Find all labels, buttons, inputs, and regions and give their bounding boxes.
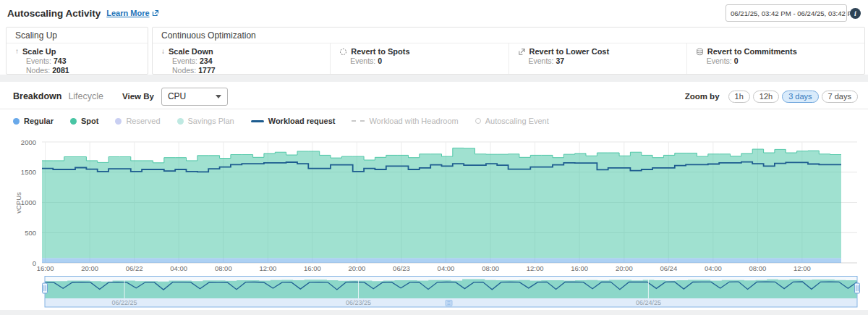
x-tick-label: 06/22 [126,264,143,272]
chart-panel: Breakdown Lifecycle View By CPU Zoom by … [0,82,868,310]
legend-swatch [70,118,77,125]
x-tick-label: 16:00 [304,264,321,272]
chart-controls-row: Breakdown Lifecycle View By CPU Zoom by … [0,84,868,109]
legend-item-workload-with-headroom[interactable]: Workload with Headroom [352,117,458,125]
arrow-down-icon: ↓ [161,48,165,55]
metric-stat: Nodes: 1777 [172,66,321,75]
metric-stat: Events: 37 [529,56,678,66]
metric-revert-to-spots: Revert to Spots Events: 0 [330,43,508,75]
x-tick-label: 06/24 [660,264,677,272]
page-title: Autoscaling Activity [7,8,101,19]
metric-label: Scale Up [22,47,56,56]
y-axis-label: vCPUs [14,192,22,214]
main-chart-svg: 050010001500200016:0020:0006/2204:0008:0… [0,134,868,277]
x-tick-label: 08:00 [215,264,232,272]
navigator-svg[interactable]: 06/22/2506/23/2506/24/25 [0,275,868,310]
metric-stat: Nodes: 2081 [26,66,139,75]
metric-label: Revert to Commitments [707,47,797,56]
x-tick-label: 04:00 [170,264,187,272]
legend-label: Savings Plan [188,117,234,125]
legend-item-savings-plan[interactable]: Savings Plan [177,117,234,125]
legend-swatch [115,118,122,125]
y-tick-label: 500 [25,229,36,237]
x-tick-label: 04:00 [705,264,722,272]
scaling-up-card: Scaling Up ↑ Scale Up Events: 743 Nodes:… [6,27,148,75]
x-tick-label: 16:00 [571,264,588,272]
spot-icon [339,48,347,56]
navigator-scrollbar-thumb[interactable] [446,301,452,306]
x-tick-label: 08:00 [749,264,767,272]
legend-item-workload-request[interactable]: Workload request [251,117,336,125]
x-tick-label: 12:00 [260,264,277,272]
external-link-icon [152,9,159,17]
date-range-input[interactable]: 06/21/25, 03:42 PM - 06/24/25, 03:42 PM [726,4,847,22]
arrow-up-icon: ↑ [15,48,19,55]
metric-stat: Events: 234 [172,56,321,66]
x-tick-label: 12:00 [527,264,544,272]
x-tick-label: 20:00 [81,264,98,272]
metric-scale-down: ↓ Scale Down Events: 234 Nodes: 1777 [153,43,330,75]
chart-legend: RegularSpotReservedSavings PlanWorkload … [13,113,549,129]
learn-more-label: Learn More [106,9,149,17]
navigator-handle-right[interactable] [855,283,860,293]
chevron-down-icon [216,95,221,98]
y-tick-label: 0 [33,259,36,267]
zoom-option-7-days[interactable]: 7 days [822,91,858,103]
zoom-option-1h[interactable]: 1h [728,91,750,103]
commitments-icon [696,48,704,56]
metric-stat: Events: 0 [707,56,856,66]
legend-item-regular[interactable]: Regular [13,117,54,125]
legend-label: Regular [24,117,54,125]
main-chart: 050010001500200016:0020:0006/2204:0008:0… [0,134,868,277]
metric-scale-up: ↑ Scale Up Events: 743 Nodes: 2081 [7,43,148,75]
x-tick-label: 08:00 [482,264,499,272]
tab-breakdown[interactable]: Breakdown [13,91,61,101]
bottom-divider [0,310,868,315]
zoom-option-12h[interactable]: 12h [753,91,779,103]
controls-divider [0,109,868,109]
y-tick-label: 2000 [21,138,36,146]
continuous-optimization-card: Continuous Optimization ↓ Scale Down Eve… [152,27,865,75]
date-range-value: 06/21/25, 03:42 PM - 06/24/25, 03:42 PM [731,9,858,17]
zoom-by-label: Zoom by [685,92,720,101]
legend-swatch [177,118,184,125]
legend-item-spot[interactable]: Spot [70,117,98,125]
legend-label: Autoscaling Event [485,117,549,125]
metric-revert-to-lower-cost: Revert to Lower Cost Events: 37 [509,43,686,75]
legend-swatch [251,120,264,122]
navigator[interactable]: 06/22/2506/23/2506/24/25 [0,275,868,310]
legend-label: Workload with Headroom [369,117,458,125]
card-title: Scaling Up [7,28,148,43]
x-tick-label: 04:00 [438,264,455,272]
card-title: Continuous Optimization [153,28,864,43]
legend-item-reserved[interactable]: Reserved [115,117,160,125]
y-tick-label: 1000 [21,198,36,206]
legend-item-autoscaling-event[interactable]: Autoscaling Event [475,117,549,125]
metric-label: Revert to Spots [351,47,409,56]
legend-swatch [475,118,481,124]
metric-revert-to-commitments: Revert to Commitments Events: 0 [686,43,864,75]
x-tick-label: 16:00 [37,264,54,272]
x-tick-label: 20:00 [349,264,366,272]
view-by-select[interactable]: CPU [161,88,228,106]
view-by-label: View By [122,92,154,101]
metric-stat: Events: 743 [26,56,139,66]
metric-label: Scale Down [169,47,213,56]
learn-more-link[interactable]: Learn More [106,9,158,17]
x-tick-label: 20:00 [616,264,633,272]
section-divider [0,75,868,82]
tab-lifecycle[interactable]: Lifecycle [68,91,103,101]
metric-stat: Events: 0 [350,56,499,66]
regular-area [42,258,841,263]
navigator-handle-left[interactable] [43,283,48,293]
legend-label: Reserved [126,117,160,125]
page-header: Autoscaling Activity Learn More 06/21/25… [0,0,868,26]
stat-cards-row: Scaling Up ↑ Scale Up Events: 743 Nodes:… [6,27,865,75]
zoom-option-3-days[interactable]: 3 days [782,91,818,103]
metric-label: Revert to Lower Cost [529,47,610,56]
legend-label: Spot [81,117,98,125]
x-tick-label: 12:00 [793,264,811,272]
lower-cost-icon [518,48,526,56]
info-icon[interactable]: i [850,8,861,19]
legend-swatch [13,118,20,125]
